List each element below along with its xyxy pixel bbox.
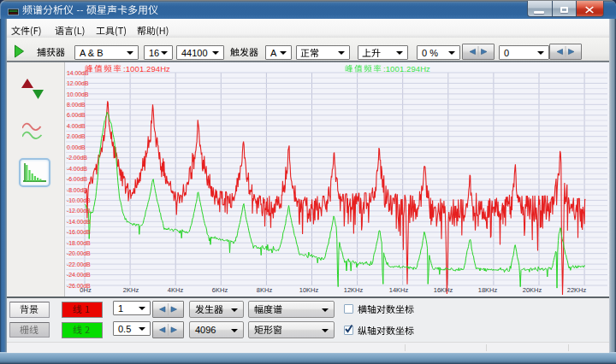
svg-text:22KHz: 22KHz (567, 286, 587, 294)
svg-text:18KHz: 18KHz (478, 286, 498, 294)
svg-text:20KHz: 20KHz (523, 286, 542, 294)
svg-text:-8.00dB: -8.00dB (67, 187, 87, 193)
svg-text::1001.294Hz: :1001.294Hz (383, 64, 430, 73)
svg-text:8KHz: 8KHz (257, 286, 273, 294)
svg-text:10KHz: 10KHz (299, 286, 319, 294)
svg-text:14KHz: 14KHz (389, 286, 409, 294)
svg-text:6KHz: 6KHz (212, 286, 228, 294)
svg-text::1001.294Hz: :1001.294Hz (123, 64, 170, 73)
svg-text:-2.00dB: -2.00dB (67, 155, 87, 161)
svg-text:-6.00dB: -6.00dB (67, 176, 87, 182)
svg-text:-10.00dB: -10.00dB (67, 197, 91, 203)
svg-text:12KHz: 12KHz (344, 286, 364, 294)
svg-text:2KHz: 2KHz (123, 286, 139, 294)
svg-text:16KHz: 16KHz (434, 286, 453, 294)
svg-text:-20.00dB: -20.00dB (67, 250, 91, 256)
svg-text:0.00dB: 0.00dB (67, 144, 86, 150)
svg-text:4.00dB: 4.00dB (67, 123, 86, 129)
svg-text:-24.00dB: -24.00dB (67, 272, 91, 278)
svg-text:4KHz: 4KHz (168, 286, 184, 294)
svg-text:6.00dB: 6.00dB (67, 112, 86, 118)
svg-text:2.00dB: 2.00dB (67, 133, 86, 139)
svg-text:-14.00dB: -14.00dB (67, 219, 91, 225)
svg-text:10.00dB: 10.00dB (67, 91, 89, 97)
svg-text:0Hz: 0Hz (80, 286, 92, 294)
svg-text:8.00dB: 8.00dB (67, 102, 86, 108)
svg-text:-22.00dB: -22.00dB (67, 261, 91, 267)
svg-text:12.00dB: 12.00dB (67, 80, 89, 86)
svg-text:-12.00dB: -12.00dB (67, 208, 91, 214)
svg-text:-16.00dB: -16.00dB (67, 229, 91, 235)
svg-text:-18.00dB: -18.00dB (67, 240, 91, 246)
svg-text:-4.00dB: -4.00dB (67, 166, 87, 172)
